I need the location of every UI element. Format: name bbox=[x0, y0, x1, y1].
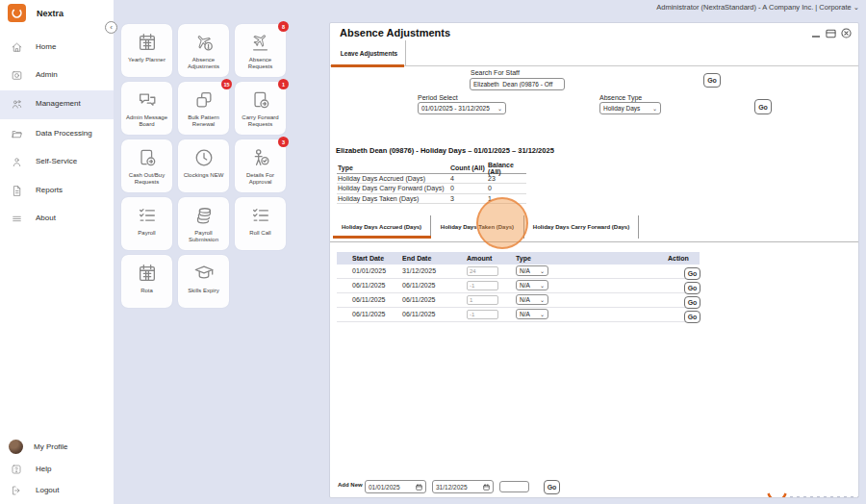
tile-payroll[interactable]: Payroll bbox=[121, 197, 172, 250]
period-select-value: 01/01/2025 - 31/12/2025 bbox=[421, 105, 490, 112]
sidebar-item-self-service[interactable]: Self-Service bbox=[0, 152, 114, 171]
summary-header-row: Type Count (All) Balance (All) bbox=[337, 163, 526, 174]
tile-admin-message-board[interactable]: Admin Message Board bbox=[121, 82, 172, 135]
column-header: Action bbox=[664, 255, 700, 262]
type-select[interactable]: N/A⌄ bbox=[516, 309, 548, 320]
sidebar-item-reports[interactable]: Reports bbox=[0, 181, 114, 200]
tile-label: Clockings NEW bbox=[182, 172, 226, 179]
search-go-button[interactable]: Go bbox=[703, 73, 721, 88]
amount-input[interactable] bbox=[467, 295, 498, 305]
tile-rota[interactable]: Rota bbox=[121, 255, 172, 308]
tab-leave-adjustments[interactable]: Leave Adjustments bbox=[333, 40, 406, 65]
period-select[interactable]: 01/01/2025 - 31/12/2025 ⌄ bbox=[418, 102, 506, 114]
table-row: 01/01/2025 31/12/2025 N/A⌄ Go bbox=[337, 265, 700, 279]
sidebar-item-label: Help bbox=[36, 465, 51, 473]
sidebar-item-admin[interactable]: Admin bbox=[0, 65, 114, 85]
absence-type-select[interactable]: Holiday Days ⌄ bbox=[599, 102, 661, 114]
sidebar-item-help[interactable]: Help bbox=[0, 461, 114, 477]
tile-yearly-planner[interactable]: Yearly Planner bbox=[121, 24, 172, 77]
chat-bubbles-icon bbox=[137, 88, 158, 112]
people-icon bbox=[11, 98, 23, 111]
calendar-icon bbox=[137, 31, 158, 54]
sidebar-item-about[interactable]: About bbox=[0, 209, 114, 228]
notification-badge: 3 bbox=[278, 137, 289, 147]
folder-icon bbox=[11, 128, 23, 140]
tile-label: Absence Adjustments bbox=[178, 57, 229, 70]
tile-details-for-approval[interactable]: 3 Details For Approval bbox=[235, 139, 286, 192]
tile-label: Absence Requests bbox=[235, 57, 286, 70]
row-action-go-button[interactable]: Go bbox=[684, 267, 700, 280]
search-staff-input[interactable] bbox=[470, 78, 565, 90]
sidebar-item-management[interactable]: Management bbox=[0, 94, 114, 113]
amount-input[interactable] bbox=[467, 266, 498, 276]
tab-label: Holiday Days Carry Forward (Days) bbox=[533, 224, 629, 230]
tile-roll-call[interactable]: Roll Call bbox=[235, 197, 286, 250]
plane-departure-icon bbox=[250, 31, 271, 54]
amount-input[interactable] bbox=[467, 310, 498, 319]
end-date-cell: 06/11/2025 bbox=[402, 282, 467, 289]
add-new-go-button[interactable]: Go bbox=[544, 480, 560, 494]
type-select-value: N/A bbox=[520, 311, 530, 317]
sidebar-item-logout[interactable]: Logout bbox=[0, 482, 114, 498]
summary-count: 4 bbox=[450, 175, 488, 182]
summary-count: 3 bbox=[450, 195, 488, 202]
summary-type: Holiday Days Accrued (Days) bbox=[337, 175, 450, 182]
row-action-go-button[interactable]: Go bbox=[684, 296, 700, 309]
close-icon[interactable] bbox=[841, 28, 852, 38]
tile-absence-requests[interactable]: 8 Absence Requests bbox=[235, 24, 286, 77]
start-date-cell: 01/01/2025 bbox=[337, 267, 402, 274]
amount-input[interactable] bbox=[467, 281, 498, 290]
table-row: Holiday Days Accrued (Days) 4 23 bbox=[337, 174, 526, 184]
active-tab-underline bbox=[333, 236, 431, 239]
person-icon bbox=[11, 156, 23, 168]
add-new-start-date-input[interactable]: 01/01/2025 bbox=[365, 480, 426, 493]
maximize-icon[interactable] bbox=[826, 29, 836, 38]
management-tiles-grid: Yearly Planner Absence Adjustments 8 Abs… bbox=[121, 24, 286, 308]
column-header: Type bbox=[516, 255, 664, 262]
tile-clockings-new[interactable]: Clockings NEW bbox=[178, 139, 229, 192]
coin-stack-icon bbox=[193, 204, 215, 227]
nextra-watermark-icon bbox=[767, 492, 788, 498]
tile-label: Cash Out/Buy Requests bbox=[121, 172, 172, 186]
user-account-menu[interactable]: Administrator (NextraStandard) - A Compa… bbox=[656, 3, 859, 12]
home-icon bbox=[11, 41, 23, 54]
tile-payroll-submission[interactable]: Payroll Submission bbox=[178, 197, 229, 250]
sidebar-item-my-profile[interactable]: My Profile bbox=[0, 439, 114, 455]
type-select[interactable]: N/A⌄ bbox=[516, 265, 548, 277]
nextra-watermark-text bbox=[790, 496, 859, 498]
summary-balance: 23 bbox=[488, 175, 526, 182]
start-date-cell: 06/11/2025 bbox=[337, 311, 402, 317]
table-row: Holiday Days Taken (Days) 3 1 bbox=[337, 194, 526, 204]
add-new-end-date-input[interactable]: 31/12/2025 bbox=[432, 480, 494, 493]
sidebar-item-data-processing[interactable]: Data Processing bbox=[0, 121, 114, 146]
tile-cash-out-buy-requests[interactable]: Cash Out/Buy Requests bbox=[121, 139, 172, 192]
brand: Nextra bbox=[8, 4, 64, 22]
tab-divider bbox=[330, 241, 859, 242]
type-select[interactable]: N/A⌄ bbox=[516, 294, 548, 306]
tab-holiday-days-taken[interactable]: Holiday Days Taken (Days) bbox=[431, 215, 524, 239]
tile-bulk-pattern-renewal[interactable]: 15 Bulk Pattern Renewal bbox=[178, 82, 229, 135]
type-select-value: N/A bbox=[520, 282, 530, 289]
row-action-go-button[interactable]: Go bbox=[684, 282, 700, 294]
row-action-go-button[interactable]: Go bbox=[684, 311, 700, 323]
sidebar-item-home[interactable]: Home bbox=[0, 38, 114, 57]
tile-carry-forward-requests[interactable]: 1 Carry Forward Requests bbox=[235, 82, 286, 135]
copy-squares-icon bbox=[193, 88, 215, 112]
tile-absence-adjustments[interactable]: Absence Adjustments bbox=[178, 24, 229, 77]
clock-icon bbox=[193, 146, 215, 169]
filter-go-button[interactable]: Go bbox=[754, 99, 772, 114]
sidebar-collapse-button[interactable]: ‹ bbox=[105, 21, 117, 34]
table-row: 06/11/2025 06/11/2025 N/A⌄ Go bbox=[337, 308, 700, 322]
chevron-down-icon: ⌄ bbox=[538, 267, 545, 274]
column-header: Start Date bbox=[337, 255, 402, 262]
tab-holiday-days-carry-forward[interactable]: Holiday Days Carry Forward (Days) bbox=[524, 215, 639, 239]
type-select[interactable]: N/A⌄ bbox=[516, 280, 548, 291]
brand-name: Nextra bbox=[37, 9, 64, 18]
tab-divider bbox=[330, 65, 859, 66]
sidebar: Nextra Home Admin Management Data Proces… bbox=[0, 0, 114, 504]
doc-arrow-icon bbox=[137, 146, 158, 169]
add-new-amount-input[interactable] bbox=[499, 481, 529, 492]
tile-skills-expiry[interactable]: Skills Expiry bbox=[178, 255, 229, 308]
notification-badge: 15 bbox=[221, 79, 232, 89]
minimize-icon[interactable] bbox=[812, 29, 821, 38]
